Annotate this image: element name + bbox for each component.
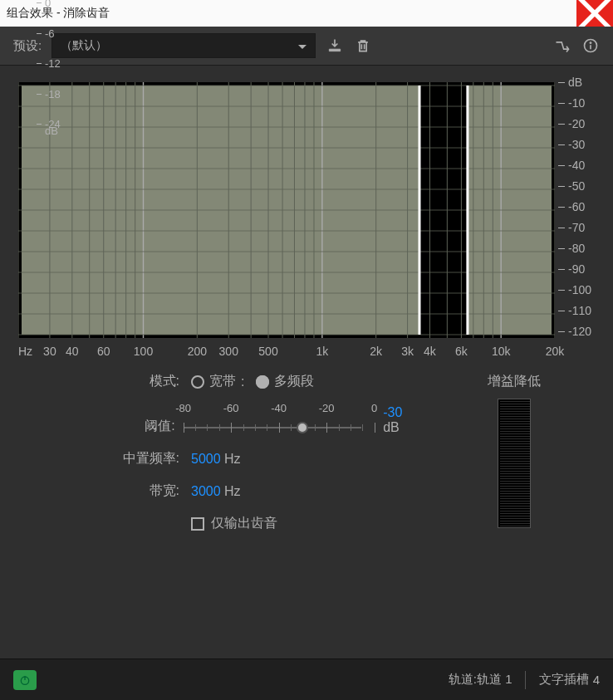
- radio-indicator: [256, 375, 269, 389]
- power-button[interactable]: [13, 670, 37, 690]
- separator: [525, 671, 526, 689]
- download-icon: [326, 37, 343, 54]
- x-axis: 3040601002003005001k2k3k4k6k10k20k: [18, 345, 555, 366]
- track-value[interactable]: 轨道 1: [477, 672, 512, 688]
- slider-knob[interactable]: [297, 422, 308, 433]
- threshold-value[interactable]: -30: [383, 405, 402, 419]
- checkbox[interactable]: [191, 517, 204, 531]
- track-label: 轨道:: [449, 672, 477, 688]
- meter-ticks: 0-6-12-18-24dB: [37, 0, 70, 133]
- bandwidth-unit: Hz: [224, 484, 241, 498]
- y-axis: dB-10-20-30-40-50-60-70-80-90-100-110-12…: [558, 79, 605, 341]
- output-only-label: 仅输出齿音: [211, 515, 277, 532]
- route-button[interactable]: [553, 37, 571, 55]
- center-freq-row: 中置频率: 5000 Hz: [113, 450, 419, 467]
- center-freq-unit: Hz: [224, 452, 241, 466]
- footer-bar: 轨道: 轨道 1 文字插槽 4: [0, 658, 613, 700]
- close-button[interactable]: [576, 0, 613, 27]
- controls-area: 模式: 宽带: 多频段 阈值: -80-60-40-200: [13, 373, 600, 532]
- info-icon: [582, 37, 599, 54]
- bandwidth-value[interactable]: 3000: [191, 484, 221, 498]
- threshold-slider[interactable]: -80-60-40-200: [184, 405, 362, 435]
- bandwidth-row: 带宽: 3000 Hz: [113, 482, 419, 500]
- gain-reduction-meter: [498, 399, 531, 528]
- info-button[interactable]: [581, 37, 600, 55]
- threshold-row: 阈值: -80-60-40-200 -30 dB: [113, 405, 419, 435]
- output-only-row[interactable]: 仅输出齿音: [191, 515, 419, 532]
- slot-label: 文字插槽: [539, 672, 589, 688]
- spectrum-canvas: [18, 82, 555, 338]
- save-preset-button[interactable]: [326, 37, 344, 55]
- preset-select[interactable]: （默认）: [51, 33, 316, 58]
- titlebar: 组合效果 - 消除齿音: [0, 0, 613, 27]
- threshold-unit: dB: [383, 420, 400, 434]
- threshold-label: 阈值:: [113, 418, 175, 435]
- bandwidth-label: 带宽:: [113, 482, 179, 500]
- delete-preset-button[interactable]: [354, 37, 372, 55]
- center-freq-label: 中置频率:: [113, 450, 179, 467]
- slot-value[interactable]: 4: [593, 673, 600, 687]
- spectrum-graph[interactable]: dB-10-20-30-40-50-60-70-80-90-100-110-12…: [13, 82, 600, 381]
- main-content: dB-10-20-30-40-50-60-70-80-90-100-110-12…: [0, 66, 613, 658]
- preset-bar: 预设: （默认）: [0, 27, 613, 66]
- radio-indicator: [191, 375, 204, 389]
- effect-dialog: 组合效果 - 消除齿音 预设: （默认）: [0, 0, 613, 700]
- trash-icon: [355, 37, 371, 54]
- power-icon: [18, 673, 32, 687]
- route-icon: [554, 37, 571, 54]
- svg-point-1: [590, 42, 591, 44]
- center-freq-value[interactable]: 5000: [191, 452, 221, 466]
